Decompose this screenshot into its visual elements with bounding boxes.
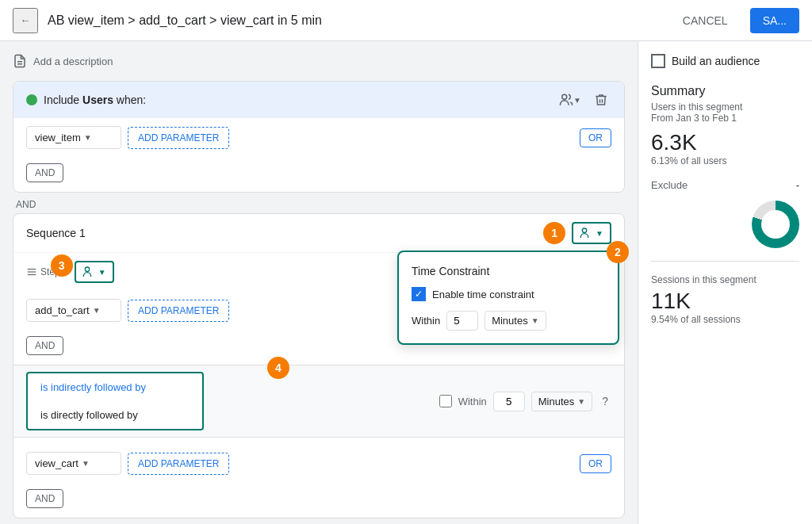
description-icon bbox=[13, 54, 27, 68]
description-row[interactable]: Add a description bbox=[13, 54, 625, 68]
followed-by-dropdown[interactable]: is indirectly followed by is directly fo… bbox=[26, 372, 204, 430]
badge-1: 1 bbox=[543, 222, 565, 244]
include-title: Include Users when: bbox=[44, 94, 550, 106]
exclude-label: Exclude bbox=[651, 179, 688, 191]
within-row: Within Minutes ▼ ? bbox=[439, 392, 611, 411]
include-condition-row: view_item ▼ ADD PARAMETER OR bbox=[13, 118, 624, 157]
event-dropdown[interactable]: view_item ▼ bbox=[26, 126, 121, 149]
users-count: 6.3K bbox=[651, 130, 799, 155]
step1-and-button[interactable]: AND bbox=[26, 336, 63, 355]
step2-add-parameter-button[interactable]: ADD PARAMETER bbox=[128, 453, 229, 475]
user-scope-button[interactable]: ▼ bbox=[556, 90, 584, 110]
within-number-input[interactable] bbox=[493, 392, 525, 411]
sessions-count: 11K bbox=[651, 289, 799, 314]
sequence-header: Sequence 1 1 ▼ 2 Time Constraint ✓ bbox=[13, 214, 624, 253]
svg-point-2 bbox=[562, 94, 567, 99]
header: ← AB view_item > add_to_cart > view_cart… bbox=[0, 0, 812, 41]
badge-3: 3 bbox=[51, 254, 73, 277]
within-label: Within bbox=[458, 396, 487, 407]
within-constraint-row: Within Minutes ▼ bbox=[412, 311, 605, 331]
followed-by-container: 4 is indirectly followed by is directly … bbox=[13, 365, 624, 438]
option-directly[interactable]: is directly followed by bbox=[28, 401, 202, 429]
divider bbox=[651, 261, 799, 262]
page-title: AB view_item > add_to_cart > view_cart i… bbox=[48, 13, 322, 28]
enable-checkbox[interactable]: ✓ bbox=[412, 287, 426, 301]
minutes-dropdown-popup[interactable]: Minutes ▼ bbox=[485, 311, 546, 331]
header-right: CANCEL SA... bbox=[670, 8, 799, 33]
description-placeholder: Add a description bbox=[33, 55, 113, 67]
time-constraint-popup: 2 Time Constraint ✓ Enable time constrai… bbox=[397, 251, 619, 345]
back-button[interactable]: ← bbox=[13, 8, 38, 33]
status-indicator bbox=[26, 94, 37, 105]
build-audience-label: Build an audience bbox=[672, 55, 760, 67]
include-header: Include Users when: ▼ bbox=[13, 82, 624, 118]
badge-4: 4 bbox=[267, 357, 289, 379]
summary-sub: Users in this segment From Jan 3 to Feb … bbox=[651, 101, 799, 124]
step1-event-dropdown[interactable]: add_to_cart ▼ bbox=[26, 299, 121, 322]
within-help-button[interactable]: ? bbox=[599, 392, 611, 411]
within-unit-dropdown[interactable]: Minutes ▼ bbox=[531, 392, 592, 411]
enable-row: ✓ Enable time constraint bbox=[412, 287, 605, 301]
sequence-scope-button[interactable]: ▼ bbox=[572, 222, 611, 244]
step1-add-parameter-button[interactable]: ADD PARAMETER bbox=[128, 300, 229, 322]
menu-icon bbox=[26, 266, 37, 277]
delete-button[interactable] bbox=[591, 90, 611, 110]
and-connector-label: AND bbox=[13, 199, 625, 210]
svg-point-3 bbox=[582, 228, 586, 232]
sessions-pct: 9.54% of all sessions bbox=[651, 314, 799, 325]
exclude-dash: - bbox=[796, 179, 799, 191]
header-left: ← AB view_item > add_to_cart > view_cart… bbox=[13, 8, 322, 33]
cancel-button[interactable]: CANCEL bbox=[670, 8, 741, 33]
followed-by-row[interactable]: 4 is indirectly followed by is directly … bbox=[13, 365, 624, 438]
summary-title: Summary bbox=[651, 84, 799, 98]
sequence-header-right: 1 ▼ 2 Time Constraint ✓ Enable time cons… bbox=[543, 222, 611, 244]
within-label-popup: Within bbox=[412, 315, 440, 327]
step2-or-button[interactable]: OR bbox=[580, 454, 611, 473]
followed-options-list: is indirectly followed by is directly fo… bbox=[28, 373, 202, 429]
save-button[interactable]: SA... bbox=[750, 8, 799, 33]
step1-scope-button[interactable]: ▼ bbox=[75, 261, 114, 283]
donut-chart bbox=[752, 201, 799, 248]
svg-point-7 bbox=[85, 267, 89, 271]
people-icon bbox=[559, 93, 573, 107]
badge-2: 2 bbox=[607, 241, 629, 263]
step2-and-button[interactable]: AND bbox=[26, 489, 63, 508]
exclude-row: Exclude - bbox=[651, 179, 799, 191]
sessions-label: Sessions in this segment bbox=[651, 274, 799, 285]
people-icon-step1 bbox=[82, 266, 95, 278]
add-parameter-button[interactable]: ADD PARAMETER bbox=[128, 127, 229, 149]
within-input-popup[interactable] bbox=[446, 311, 478, 331]
right-panel: Build an audience Summary Users in this … bbox=[638, 41, 812, 524]
sequence-card: Sequence 1 1 ▼ 2 Time Constraint ✓ bbox=[13, 213, 625, 518]
trash-icon bbox=[594, 93, 608, 107]
build-audience-row[interactable]: Build an audience bbox=[651, 54, 799, 68]
step2-condition-row: view_cart ▼ ADD PARAMETER OR bbox=[13, 444, 624, 483]
sequence-title: Sequence 1 bbox=[26, 227, 86, 239]
time-constraint-title: Time Constraint bbox=[412, 265, 605, 277]
option-indirectly[interactable]: is indirectly followed by bbox=[28, 373, 202, 401]
or-button[interactable]: OR bbox=[580, 128, 611, 147]
within-checkbox[interactable] bbox=[439, 395, 452, 407]
users-pct: 6.13% of all users bbox=[651, 155, 799, 166]
include-card: Include Users when: ▼ view_item ▼ ADD PA… bbox=[13, 81, 625, 193]
people-icon-seq bbox=[580, 227, 592, 239]
enable-label: Enable time constraint bbox=[432, 289, 534, 300]
left-panel: Add a description Include Users when: ▼ bbox=[0, 41, 638, 524]
main-layout: Add a description Include Users when: ▼ bbox=[0, 41, 812, 524]
and-button[interactable]: AND bbox=[26, 163, 63, 182]
chart-container bbox=[651, 201, 799, 248]
step2-event-dropdown[interactable]: view_cart ▼ bbox=[26, 452, 121, 475]
build-audience-checkbox[interactable] bbox=[651, 54, 665, 68]
